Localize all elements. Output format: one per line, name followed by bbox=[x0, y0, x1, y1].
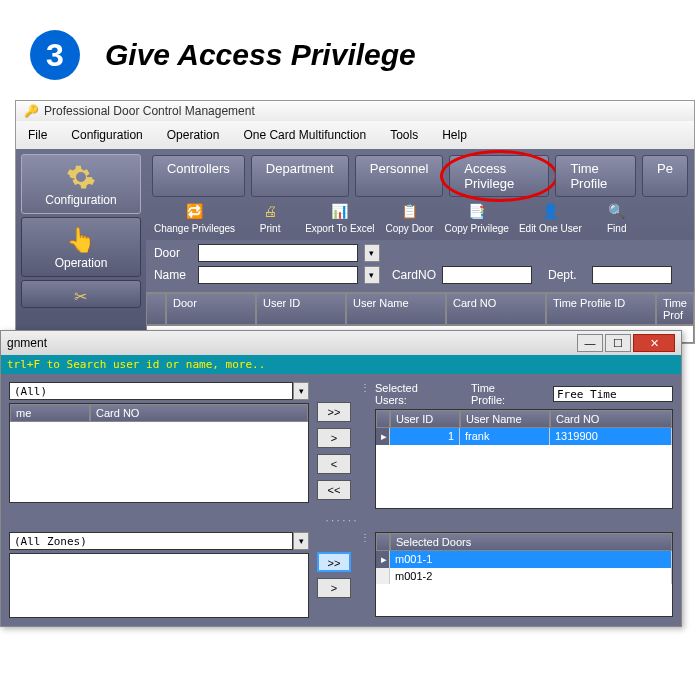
excel-icon: 📊 bbox=[331, 203, 348, 221]
assignment-dialog: gnment — ☐ ✕ trl+F to Search user id or … bbox=[0, 330, 682, 627]
tool-change-privileges[interactable]: 🔁Change Privileges bbox=[154, 203, 235, 234]
users-col-id[interactable]: User ID bbox=[390, 410, 460, 428]
main-grid-header: Door User ID User Name Card NO Time Prof… bbox=[146, 292, 694, 325]
app-icon: 🔑 bbox=[24, 104, 39, 118]
edit-user-icon: 👤 bbox=[542, 203, 559, 221]
left-col-name[interactable]: me bbox=[10, 404, 90, 422]
time-profile-input[interactable] bbox=[553, 386, 673, 402]
menu-onecard[interactable]: One Card Multifunction bbox=[231, 125, 378, 145]
tabs-row: Controllers Department Personnel Access … bbox=[146, 149, 694, 199]
tool-copy-privilege[interactable]: 📑Copy Privilege bbox=[444, 203, 508, 234]
doors-add-one-button[interactable]: > bbox=[317, 578, 351, 598]
close-button[interactable]: ✕ bbox=[633, 334, 675, 352]
tab-personnel[interactable]: Personnel bbox=[355, 155, 444, 197]
door-row[interactable]: m001-2 bbox=[376, 568, 672, 584]
step-title: Give Access Privilege bbox=[105, 38, 416, 72]
copy-door-icon: 📋 bbox=[401, 203, 418, 221]
menu-help[interactable]: Help bbox=[430, 125, 479, 145]
tab-time-profile[interactable]: Time Profile bbox=[555, 155, 636, 197]
sidebar-item-label: Configuration bbox=[26, 193, 136, 207]
horizontal-divider: · · · · · · bbox=[9, 515, 673, 526]
dialog-title: gnment bbox=[7, 336, 47, 350]
sidebar-item-label: Operation bbox=[26, 256, 136, 270]
menu-configuration[interactable]: Configuration bbox=[59, 125, 154, 145]
print-icon: 🖨 bbox=[263, 203, 277, 221]
sidebar: Configuration 👆 Operation ✂ bbox=[16, 149, 146, 343]
find-icon: 🔍 bbox=[608, 203, 625, 221]
selected-doors-col[interactable]: Selected Doors bbox=[390, 533, 672, 551]
tool-print[interactable]: 🖨Print bbox=[245, 203, 295, 234]
grid-col-door[interactable]: Door bbox=[166, 293, 256, 325]
grid-col-cardno[interactable]: Card NO bbox=[446, 293, 546, 325]
toolbar-row: 🔁Change Privileges 🖨Print 📊Export To Exc… bbox=[146, 199, 694, 240]
divider: ⋮ bbox=[359, 382, 371, 393]
change-icon: 🔁 bbox=[186, 203, 203, 221]
zone-filter-dropdown-icon[interactable]: ▾ bbox=[293, 532, 309, 550]
tab-access-privilege[interactable]: Access Privilege bbox=[449, 155, 549, 197]
name-input[interactable] bbox=[198, 266, 358, 284]
left-col-cardno[interactable]: Card NO bbox=[90, 404, 308, 422]
tab-department[interactable]: Department bbox=[251, 155, 349, 197]
users-col-cardno[interactable]: Card NO bbox=[550, 410, 672, 428]
name-label: Name bbox=[154, 268, 192, 282]
dept-label: Dept. bbox=[548, 268, 586, 282]
menu-operation[interactable]: Operation bbox=[155, 125, 232, 145]
doors-add-all-button[interactable]: >> bbox=[317, 552, 351, 572]
add-one-button[interactable]: > bbox=[317, 428, 351, 448]
cardno-input[interactable] bbox=[442, 266, 532, 284]
user-filter-input[interactable] bbox=[9, 382, 293, 400]
tool-copy-door[interactable]: 📋Copy Door bbox=[384, 203, 434, 234]
copy-priv-icon: 📑 bbox=[468, 203, 485, 221]
door-dropdown-icon[interactable]: ▾ bbox=[364, 244, 380, 262]
zone-filter-input[interactable] bbox=[9, 532, 293, 550]
grid-col-userid[interactable]: User ID bbox=[256, 293, 346, 325]
time-profile-label: Time Profile: bbox=[471, 382, 523, 406]
minimize-button[interactable]: — bbox=[577, 334, 603, 352]
tool-edit-user[interactable]: 👤Edit One User bbox=[519, 203, 582, 234]
selected-users-label: Selected Users: bbox=[375, 382, 441, 406]
menu-tools[interactable]: Tools bbox=[378, 125, 430, 145]
menubar: File Configuration Operation One Card Mu… bbox=[16, 121, 694, 149]
name-dropdown-icon[interactable]: ▾ bbox=[364, 266, 380, 284]
cardno-label: CardNO bbox=[392, 268, 436, 282]
add-all-button[interactable]: >> bbox=[317, 402, 351, 422]
door-label: Door bbox=[154, 246, 192, 260]
door-input[interactable] bbox=[198, 244, 358, 262]
dialog-hint: trl+F to Search user id or name, more.. bbox=[1, 355, 681, 374]
window-title: Professional Door Control Management bbox=[44, 104, 255, 118]
remove-all-button[interactable]: << bbox=[317, 480, 351, 500]
tab-controllers[interactable]: Controllers bbox=[152, 155, 245, 197]
divider: ⋮ bbox=[359, 532, 371, 543]
grid-col-selector[interactable] bbox=[146, 293, 166, 325]
grid-col-timeprofileid[interactable]: Time Profile ID bbox=[546, 293, 656, 325]
sidebar-item-extra[interactable]: ✂ bbox=[21, 280, 141, 308]
sidebar-item-operation[interactable]: 👆 Operation bbox=[21, 217, 141, 277]
dept-input[interactable] bbox=[592, 266, 672, 284]
tool-find[interactable]: 🔍Find bbox=[592, 203, 642, 234]
menu-file[interactable]: File bbox=[16, 125, 59, 145]
tool-icon: ✂ bbox=[26, 287, 136, 305]
users-col-name[interactable]: User Name bbox=[460, 410, 550, 428]
tab-truncated[interactable]: Pe bbox=[642, 155, 688, 197]
window-titlebar: 🔑 Professional Door Control Management bbox=[16, 101, 694, 121]
tool-export[interactable]: 📊Export To Excel bbox=[305, 203, 374, 234]
door-row[interactable]: ▸ m001-1 bbox=[376, 551, 672, 568]
remove-one-button[interactable]: < bbox=[317, 454, 351, 474]
hand-icon: 👆 bbox=[26, 224, 136, 256]
gear-icon bbox=[26, 161, 136, 193]
user-filter-dropdown-icon[interactable]: ▾ bbox=[293, 382, 309, 400]
step-number-badge: 3 bbox=[30, 30, 80, 80]
main-window: 🔑 Professional Door Control Management F… bbox=[15, 100, 695, 344]
grid-col-username[interactable]: User Name bbox=[346, 293, 446, 325]
grid-col-timeprof[interactable]: Time Prof bbox=[656, 293, 694, 325]
sidebar-item-configuration[interactable]: Configuration bbox=[21, 154, 141, 214]
maximize-button[interactable]: ☐ bbox=[605, 334, 631, 352]
user-row[interactable]: ▸ 1 frank 1319900 bbox=[376, 428, 672, 445]
